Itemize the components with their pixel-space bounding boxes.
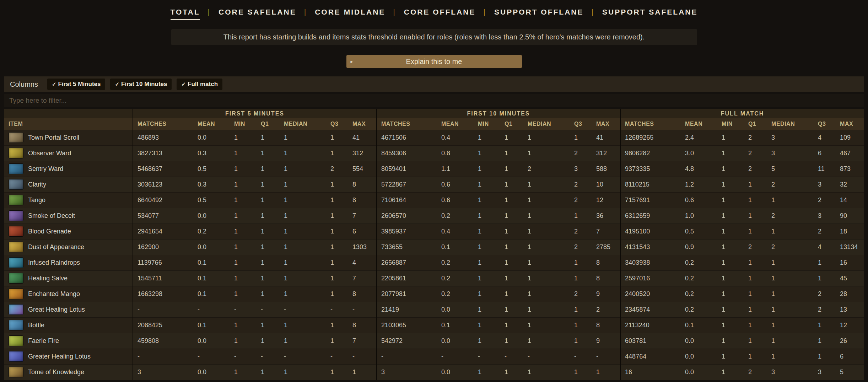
explain-button[interactable]: ▸ Explain this to me	[346, 55, 522, 68]
table-row-healing-salve: Healing Salve15457110.11111722058610.211…	[4, 270, 864, 286]
stat-cell: 2.4	[681, 130, 717, 145]
item-name-cell[interactable]: Smoke of Deceit	[4, 208, 133, 224]
stat-cell: 1	[326, 286, 348, 302]
stat-cell: 486893	[133, 130, 193, 145]
column-header-max[interactable]: MAX	[592, 118, 620, 130]
stat-cell: 2	[814, 224, 836, 239]
column-header-mean[interactable]: MEAN	[437, 118, 474, 130]
stat-cell: 0.5	[193, 161, 230, 177]
item-column-header: ITEM	[4, 118, 133, 130]
stat-cell: 8	[348, 286, 377, 302]
stat-cell: 1	[230, 192, 257, 208]
stat-cell: 1	[767, 192, 814, 208]
tab-core-offlane[interactable]: CORE OFFLANE	[404, 8, 476, 20]
tab-separator: |	[393, 8, 396, 19]
column-header-median[interactable]: MEDIAN	[280, 118, 326, 130]
item-name-cell[interactable]: Sentry Ward	[4, 161, 133, 177]
stat-cell: 2345874	[620, 302, 681, 317]
stat-cell: 4.8	[681, 161, 717, 177]
column-header-q3[interactable]: Q3	[570, 118, 592, 130]
column-toggle-first-5-minutes[interactable]: ✓First 5 Minutes	[47, 79, 106, 90]
column-header-q1[interactable]: Q1	[257, 118, 280, 130]
column-header-q3[interactable]: Q3	[814, 118, 836, 130]
column-header-mean[interactable]: MEAN	[681, 118, 717, 130]
stat-cell: 1	[767, 224, 814, 239]
stat-cell: 1	[474, 239, 500, 255]
stat-cell: 1	[474, 302, 500, 317]
stat-cell: 2785	[592, 239, 620, 255]
column-header-q3[interactable]: Q3	[326, 118, 348, 130]
filter-input[interactable]	[4, 94, 864, 107]
stat-cell: 1	[326, 208, 348, 224]
stat-cell: 0.6	[681, 192, 717, 208]
item-name-cell[interactable]: Great Healing Lotus	[4, 302, 133, 317]
stat-cell: 1	[523, 208, 570, 224]
stat-cell: 1	[814, 349, 836, 364]
item-icon	[9, 289, 23, 299]
item-name-cell[interactable]: Enchanted Mango	[4, 286, 133, 302]
item-name-cell[interactable]: Observer Ward	[4, 145, 133, 161]
table-row-blood-grenade: Blood Grenade29416540.21111639859370.411…	[4, 224, 864, 239]
stat-cell: 3	[767, 130, 814, 145]
item-icon	[9, 210, 23, 221]
tab-core-safelane[interactable]: CORE SAFELANE	[219, 8, 296, 20]
stat-cell: 0.5	[193, 192, 230, 208]
column-header-min[interactable]: MIN	[717, 118, 744, 130]
column-toggle-first-10-minutes[interactable]: ✓First 10 Minutes	[110, 79, 172, 90]
item-name-cell[interactable]: Clarity	[4, 177, 133, 192]
stat-cell: -	[133, 302, 193, 317]
item-name-cell[interactable]: Bottle	[4, 317, 133, 333]
column-header-matches[interactable]: MATCHES	[133, 118, 193, 130]
stat-cell: 8459306	[377, 145, 437, 161]
column-header-max[interactable]: MAX	[836, 118, 864, 130]
column-header-q1[interactable]: Q1	[744, 118, 767, 130]
stat-cell: 1	[474, 177, 500, 192]
item-name: Sentry Ward	[28, 165, 63, 172]
stat-cell: 2	[767, 177, 814, 192]
stat-cell: 0.2	[193, 224, 230, 239]
item-name-cell[interactable]: Town Portal Scroll	[4, 130, 133, 145]
column-header-min[interactable]: MIN	[230, 118, 257, 130]
stat-cell: 1	[570, 270, 592, 286]
column-toggle-full-match[interactable]: ✓Full match	[177, 79, 222, 90]
column-header-matches[interactable]: MATCHES	[377, 118, 437, 130]
column-header-min[interactable]: MIN	[474, 118, 500, 130]
stat-cell: 3	[814, 364, 836, 380]
stat-cell: 2	[814, 192, 836, 208]
item-name-cell[interactable]: Infused Raindrops	[4, 255, 133, 270]
stat-cell: 7	[592, 224, 620, 239]
item-name-cell[interactable]: Greater Healing Lotus	[4, 349, 133, 364]
stat-cell: 3	[570, 161, 592, 177]
stat-cell: 1	[814, 270, 836, 286]
item-name-cell[interactable]: Healing Salve	[4, 270, 133, 286]
stat-cell: 0.2	[437, 208, 474, 224]
stat-cell: 1	[280, 145, 326, 161]
item-name-cell[interactable]: Tome of Knowledge	[4, 364, 133, 380]
item-icon	[9, 132, 23, 143]
item-name-cell[interactable]: Tango	[4, 192, 133, 208]
stat-cell: 1	[280, 208, 326, 224]
column-header-matches[interactable]: MATCHES	[620, 118, 681, 130]
item-name-cell[interactable]: Dust of Appearance	[4, 239, 133, 255]
tab-support-offlane[interactable]: SUPPORT OFFLANE	[494, 8, 584, 20]
stat-cell: 1	[570, 302, 592, 317]
stat-cell: 1	[744, 208, 767, 224]
stat-cell: 0.4	[437, 224, 474, 239]
stat-cell: 0.1	[681, 317, 717, 333]
tab-total[interactable]: TOTAL	[171, 8, 200, 20]
stat-cell: 8	[592, 317, 620, 333]
tab-support-safelane[interactable]: SUPPORT SAFELANE	[602, 8, 698, 20]
column-header-mean[interactable]: MEAN	[193, 118, 230, 130]
stat-cell: -	[280, 349, 326, 364]
item-name-cell[interactable]: Blood Grenade	[4, 224, 133, 239]
tab-core-midlane[interactable]: CORE MIDLANE	[315, 8, 385, 20]
column-header-median[interactable]: MEDIAN	[523, 118, 570, 130]
item-name: Smoke of Deceit	[28, 212, 75, 219]
column-header-median[interactable]: MEDIAN	[767, 118, 814, 130]
column-header-max[interactable]: MAX	[348, 118, 377, 130]
stat-cell: 45	[836, 270, 864, 286]
item-name-cell[interactable]: Faerie Fire	[4, 333, 133, 349]
column-header-q1[interactable]: Q1	[500, 118, 523, 130]
stat-cell: 1	[474, 192, 500, 208]
stat-cell: 13	[836, 302, 864, 317]
